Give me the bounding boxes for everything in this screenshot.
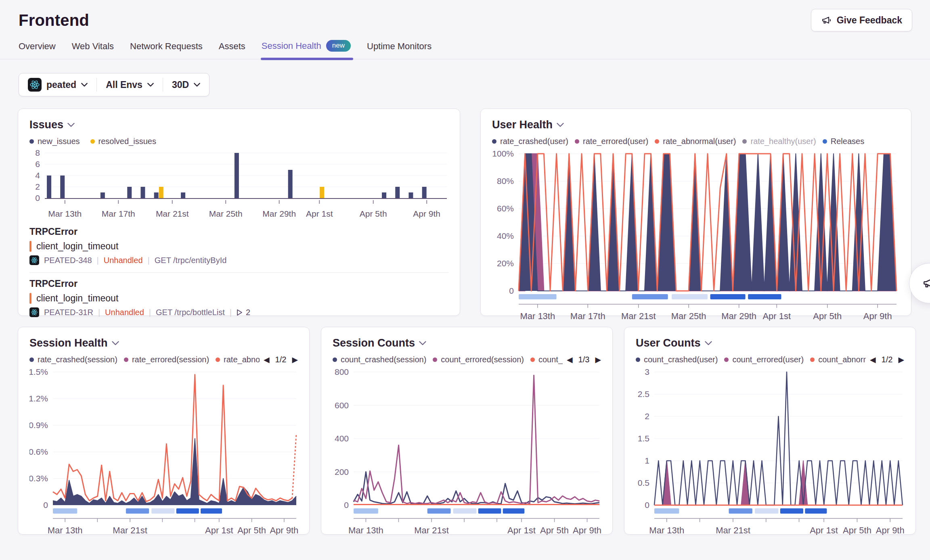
svg-text:0: 0 xyxy=(645,500,649,510)
environment-filter-value: All Envs xyxy=(106,79,142,90)
svg-text:0.9%: 0.9% xyxy=(29,420,48,430)
issues-chart[interactable]: 02468Mar 13thMar 17thMar 21stMar 25thMar… xyxy=(29,149,449,221)
issue-error-type[interactable]: TRPCError xyxy=(29,226,448,237)
svg-text:Apr 1st: Apr 1st xyxy=(810,525,838,535)
legend-dot xyxy=(492,139,496,144)
chevron-down-icon[interactable] xyxy=(557,123,564,127)
pager-position: 1/2 xyxy=(882,355,893,364)
pager-next-icon[interactable]: ▶ xyxy=(292,356,298,364)
filter-bar: peated All Envs 30D xyxy=(19,73,209,96)
issue-culprit[interactable]: client_login_timeout xyxy=(36,241,118,252)
svg-text:Apr 9th: Apr 9th xyxy=(863,311,892,321)
issue-row: TRPCError client_login_timeout PEATED-31… xyxy=(29,278,448,317)
pager-next-icon[interactable]: ▶ xyxy=(595,356,601,364)
tab-network-requests[interactable]: Network Requests xyxy=(130,41,203,59)
legend-item-rate-crashed-user[interactable]: rate_crashed(user) xyxy=(492,137,568,146)
replay-count[interactable]: 2 xyxy=(237,308,250,317)
svg-text:Apr 1st: Apr 1st xyxy=(762,311,791,321)
legend-item-releases[interactable]: Releases xyxy=(823,137,864,146)
svg-text:Mar 13th: Mar 13th xyxy=(48,209,82,218)
chevron-down-icon xyxy=(81,83,88,87)
session-health-chart[interactable]: 00.3%0.6%0.9%1.2%1.5%Mar 13thMar 21stApr… xyxy=(29,368,299,535)
svg-text:2.5: 2.5 xyxy=(638,389,649,399)
pager-prev-icon[interactable]: ◀ xyxy=(264,356,270,364)
pager-next-icon[interactable]: ▶ xyxy=(898,356,904,364)
issue-culprit[interactable]: client_login_timeout xyxy=(36,293,118,304)
project-filter[interactable]: peated xyxy=(19,78,96,92)
svg-text:Mar 29th: Mar 29th xyxy=(721,311,756,321)
tab-overview[interactable]: Overview xyxy=(19,41,56,59)
chevron-down-icon[interactable] xyxy=(419,341,426,345)
tab-bar: Overview Web Vitals Network Requests Ass… xyxy=(0,32,930,59)
issue-row: TRPCError client_login_timeout PEATED-34… xyxy=(29,226,448,265)
legend-item-rate-errored-session[interactable]: rate_errored(session) xyxy=(124,355,209,364)
svg-text:6: 6 xyxy=(35,159,40,169)
tab-uptime-monitors[interactable]: Uptime Monitors xyxy=(367,41,431,59)
legend-item-rate-abnormal-user[interactable]: rate_abnormal(user) xyxy=(655,137,736,146)
legend-item-resolved-issues[interactable]: resolved_issues xyxy=(90,137,156,146)
chevron-down-icon[interactable] xyxy=(67,123,75,127)
legend-dot xyxy=(124,357,128,362)
session-counts-panel-title: Session Counts xyxy=(333,337,415,349)
pager-prev-icon[interactable]: ◀ xyxy=(567,356,573,364)
issue-divider xyxy=(29,272,448,273)
legend-item-rate-crashed-session[interactable]: rate_crashed(session) xyxy=(29,355,117,364)
svg-text:Apr 1st: Apr 1st xyxy=(205,525,233,535)
legend-item-count-abnormal-session[interactable]: count_a xyxy=(530,355,563,364)
tab-session-health[interactable]: Session Health new xyxy=(262,40,351,59)
top-bar: Frontend Give Feedback xyxy=(0,0,930,29)
user-counts-panel-title: User Counts xyxy=(636,337,701,349)
chevron-down-icon[interactable] xyxy=(705,341,712,345)
svg-text:Mar 21st: Mar 21st xyxy=(414,525,449,535)
tab-assets[interactable]: Assets xyxy=(219,41,245,59)
legend-item-count-errored-session[interactable]: count_errored(session) xyxy=(433,355,524,364)
svg-text:Mar 25th: Mar 25th xyxy=(671,311,706,321)
svg-text:Mar 17th: Mar 17th xyxy=(102,209,135,218)
legend-item-count-errored-user[interactable]: count_errored(user) xyxy=(724,355,804,364)
user-counts-chart[interactable]: 00.511.522.53Mar 13thMar 21stApr 1stApr … xyxy=(636,368,905,535)
legend-dot xyxy=(575,139,579,144)
svg-text:Mar 21st: Mar 21st xyxy=(716,525,750,535)
environment-filter[interactable]: All Envs xyxy=(97,79,163,90)
svg-text:0: 0 xyxy=(344,500,349,510)
error-level-bar xyxy=(29,293,31,304)
issue-short-id: PEATED-31R xyxy=(44,308,93,317)
pager-prev-icon[interactable]: ◀ xyxy=(870,356,876,364)
chevron-down-icon[interactable] xyxy=(112,341,119,345)
legend-item-count-crashed-user[interactable]: count_crashed(user) xyxy=(636,355,718,364)
legend-dot xyxy=(216,357,220,362)
issue-transaction: GET /trpc/entityById xyxy=(155,256,227,265)
svg-text:200: 200 xyxy=(335,467,349,476)
svg-text:Apr 5th: Apr 5th xyxy=(237,525,266,535)
issue-error-type[interactable]: TRPCError xyxy=(29,278,448,289)
legend-item-rate-healthy-user[interactable]: rate_healthy(user) xyxy=(742,137,816,146)
date-range-filter[interactable]: 30D xyxy=(163,79,209,90)
legend-item-count-crashed-session[interactable]: count_crashed(session) xyxy=(333,355,426,364)
react-project-icon xyxy=(28,78,42,92)
session-health-panel-title: Session Health xyxy=(29,337,108,349)
page-title: Frontend xyxy=(19,11,912,29)
svg-text:80%: 80% xyxy=(497,176,514,186)
legend-item-new-issues[interactable]: new_issues xyxy=(29,137,80,146)
give-feedback-button[interactable]: Give Feedback xyxy=(811,9,912,31)
svg-text:Mar 21st: Mar 21st xyxy=(621,311,656,321)
svg-text:Apr 9th: Apr 9th xyxy=(876,525,905,535)
svg-text:Mar 13th: Mar 13th xyxy=(48,525,83,535)
svg-text:100%: 100% xyxy=(492,150,514,158)
svg-text:Mar 13th: Mar 13th xyxy=(520,311,555,321)
legend-item-rate-abnormal-session[interactable]: rate_abnorr xyxy=(216,355,260,364)
pager-position: 1/2 xyxy=(275,355,287,364)
react-project-icon xyxy=(29,307,39,317)
chevron-down-icon xyxy=(147,83,154,87)
session-health-panel: Session Health rate_crashed(session) rat… xyxy=(18,327,310,535)
legend-dot xyxy=(530,357,535,362)
legend-item-count-abnormal-user[interactable]: count_abnorm xyxy=(810,355,866,364)
svg-text:Apr 9th: Apr 9th xyxy=(413,209,440,218)
legend-pager: ◀ 1/2 ▶ xyxy=(260,355,298,364)
tab-web-vitals[interactable]: Web Vitals xyxy=(72,41,114,59)
user-health-chart[interactable]: 020%40%60%80%100%Mar 13thMar 17thMar 21s… xyxy=(492,150,899,321)
svg-text:1: 1 xyxy=(645,456,649,465)
session-counts-chart[interactable]: 0200400600800Mar 13thMar 21stApr 1stApr … xyxy=(333,368,602,535)
legend-item-rate-errored-user[interactable]: rate_errored(user) xyxy=(575,137,648,146)
svg-text:Apr 5th: Apr 5th xyxy=(540,525,569,535)
